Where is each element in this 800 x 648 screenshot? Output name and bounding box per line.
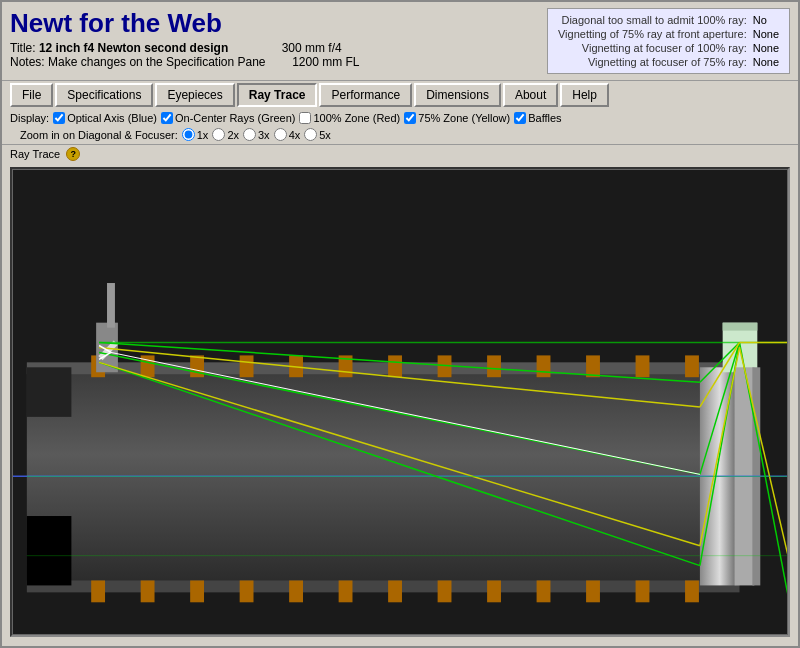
svg-rect-29 xyxy=(685,580,699,602)
zoom-5x-radio[interactable] xyxy=(304,128,317,141)
info-row: Vignetting of 75% ray at front aperture:… xyxy=(556,27,781,41)
notes-value: Make changes on the Specification Pane xyxy=(48,55,265,69)
svg-rect-26 xyxy=(537,580,551,602)
nav-file[interactable]: File xyxy=(10,83,53,107)
ray-trace-label: Ray Trace xyxy=(10,148,60,160)
nav-ray-trace[interactable]: Ray Trace xyxy=(237,83,318,107)
info-table: Diagonal too small to admit 100% ray: No… xyxy=(556,13,781,69)
zoom-1x-label: 1x xyxy=(197,129,209,141)
zone75-option: 75% Zone (Yellow) xyxy=(404,112,510,124)
svg-rect-22 xyxy=(339,580,353,602)
svg-rect-3 xyxy=(27,580,740,592)
canvas-area xyxy=(10,167,790,637)
svg-rect-7 xyxy=(240,355,254,377)
zoom-3x-label: 3x xyxy=(258,129,270,141)
zoom-2x-radio[interactable] xyxy=(212,128,225,141)
nav-bar: File Specifications Eyepieces Ray Trace … xyxy=(2,80,798,109)
svg-rect-12 xyxy=(487,355,501,377)
ray-trace-help-icon[interactable]: ? xyxy=(66,147,80,161)
title-label: Title: xyxy=(10,41,36,55)
notes-fl: 1200 mm FL xyxy=(292,55,359,69)
svg-rect-35 xyxy=(723,323,758,331)
baffles-checkbox[interactable] xyxy=(514,112,526,124)
nav-specifications[interactable]: Specifications xyxy=(55,83,153,107)
title-line: Title: 12 inch f4 Newton second design 3… xyxy=(10,41,539,55)
svg-rect-25 xyxy=(487,580,501,602)
title-value: 12 inch f4 Newton second design xyxy=(39,41,228,55)
svg-rect-17 xyxy=(91,580,105,602)
baffles-option: Baffles xyxy=(514,112,561,124)
svg-rect-20 xyxy=(240,580,254,602)
optical-axis-checkbox[interactable] xyxy=(53,112,65,124)
on-center-checkbox[interactable] xyxy=(161,112,173,124)
svg-rect-32 xyxy=(107,283,115,328)
svg-rect-19 xyxy=(190,580,204,602)
zoom-2x-label: 2x xyxy=(227,129,239,141)
zoom-4x-option: 4x xyxy=(274,128,301,141)
info-row: Diagonal too small to admit 100% ray: No xyxy=(556,13,781,27)
app-title: Newt for the Web xyxy=(10,8,539,39)
info-label: Vignetting at focuser of 75% ray: xyxy=(556,55,749,69)
on-center-label: On-Center Rays (Green) xyxy=(175,112,295,124)
info-value: None xyxy=(749,27,781,41)
zone100-checkbox[interactable] xyxy=(299,112,311,124)
svg-rect-16 xyxy=(685,355,699,377)
svg-rect-13 xyxy=(537,355,551,377)
info-label: Vignetting of 75% ray at front aperture: xyxy=(556,27,749,41)
baffles-label: Baffles xyxy=(528,112,561,124)
svg-rect-14 xyxy=(586,355,600,377)
svg-rect-21 xyxy=(289,580,303,602)
zone100-option: 100% Zone (Red) xyxy=(299,112,400,124)
svg-rect-23 xyxy=(388,580,402,602)
svg-rect-37 xyxy=(27,367,72,417)
svg-rect-10 xyxy=(388,355,402,377)
nav-eyepieces[interactable]: Eyepieces xyxy=(155,83,234,107)
svg-rect-28 xyxy=(636,580,650,602)
ray-trace-row: Ray Trace ? xyxy=(2,145,798,163)
info-label: Vignetting at focuser of 100% ray: xyxy=(556,41,749,55)
zoom-3x-option: 3x xyxy=(243,128,270,141)
svg-rect-24 xyxy=(438,580,452,602)
info-box: Diagonal too small to admit 100% ray: No… xyxy=(547,8,790,74)
header: Newt for the Web Title: 12 inch f4 Newto… xyxy=(2,2,798,80)
svg-rect-27 xyxy=(586,580,600,602)
nav-dimensions[interactable]: Dimensions xyxy=(414,83,501,107)
notes-label: Notes: xyxy=(10,55,45,69)
info-value: None xyxy=(749,55,781,69)
zoom-1x-option: 1x xyxy=(182,128,209,141)
info-value: No xyxy=(749,13,781,27)
svg-rect-36 xyxy=(27,516,72,585)
zoom-4x-radio[interactable] xyxy=(274,128,287,141)
telescope-diagram xyxy=(12,169,788,635)
info-row: Vignetting at focuser of 100% ray: None xyxy=(556,41,781,55)
display-bar: Display: Optical Axis (Blue) On-Center R… xyxy=(2,109,798,145)
zoom-label: Zoom in on Diagonal & Focuser: xyxy=(20,129,178,141)
svg-rect-18 xyxy=(141,580,155,602)
zoom-2x-option: 2x xyxy=(212,128,239,141)
info-row: Vignetting at focuser of 75% ray: None xyxy=(556,55,781,69)
zoom-5x-option: 5x xyxy=(304,128,331,141)
nav-performance[interactable]: Performance xyxy=(319,83,412,107)
svg-rect-15 xyxy=(636,355,650,377)
title-specs: 300 mm f/4 xyxy=(282,41,342,55)
optical-axis-option: Optical Axis (Blue) xyxy=(53,112,157,124)
nav-help[interactable]: Help xyxy=(560,83,609,107)
optical-axis-label: Optical Axis (Blue) xyxy=(67,112,157,124)
zone75-checkbox[interactable] xyxy=(404,112,416,124)
notes-line: Notes: Make changes on the Specification… xyxy=(10,55,539,69)
zoom-3x-radio[interactable] xyxy=(243,128,256,141)
zoom-4x-label: 4x xyxy=(289,129,301,141)
info-value: None xyxy=(749,41,781,55)
on-center-option: On-Center Rays (Green) xyxy=(161,112,295,124)
zoom-5x-label: 5x xyxy=(319,129,331,141)
info-label: Diagonal too small to admit 100% ray: xyxy=(556,13,749,27)
zone100-label: 100% Zone (Red) xyxy=(313,112,400,124)
zoom-1x-radio[interactable] xyxy=(182,128,195,141)
zoom-section: Zoom in on Diagonal & Focuser: 1x 2x 3x … xyxy=(20,128,331,141)
app-container: Newt for the Web Title: 12 inch f4 Newto… xyxy=(0,0,800,648)
title-block: Newt for the Web Title: 12 inch f4 Newto… xyxy=(10,8,539,69)
display-label: Display: xyxy=(10,112,49,124)
nav-about[interactable]: About xyxy=(503,83,558,107)
zone75-label: 75% Zone (Yellow) xyxy=(418,112,510,124)
